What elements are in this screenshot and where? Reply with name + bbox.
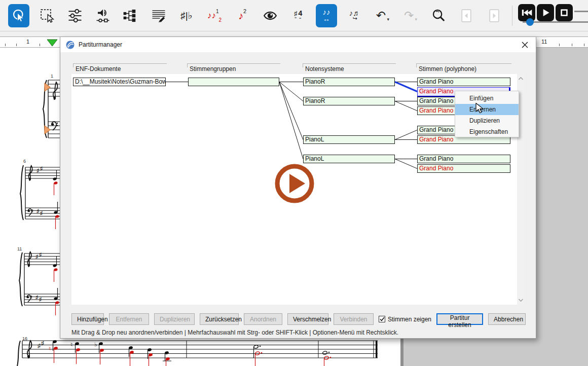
svg-text:♭: ♭ xyxy=(94,341,97,348)
undo-icon[interactable]: ↶ ▾ xyxy=(373,5,393,27)
zuruecksetzen-button[interactable]: Zurücksetzen xyxy=(200,313,239,325)
prev-page-icon[interactable] xyxy=(456,5,476,27)
ruler-tick xyxy=(584,44,584,46)
partitur-erstellen-button[interactable]: Partitur erstellen xyxy=(436,313,483,325)
stimme-box[interactable]: Grand Piano xyxy=(417,78,510,86)
notensystem-box[interactable]: PianoL xyxy=(303,155,395,163)
svg-text:♯: ♯ xyxy=(38,342,41,349)
svg-text:♯: ♯ xyxy=(41,340,44,347)
voice-2-label: 2 xyxy=(219,17,222,27)
capella-logo-icon xyxy=(66,41,75,49)
zoom-tool-icon[interactable] xyxy=(428,5,449,27)
toolbar-separator xyxy=(512,6,512,26)
score-music-bottom: 16 ♯ ♯ ♮ ♮ ♭ xyxy=(0,336,400,366)
select-tool-icon[interactable] xyxy=(8,4,29,27)
view-eye-icon[interactable] xyxy=(260,5,280,27)
redo-dropdown-icon[interactable]: ▾ xyxy=(415,17,417,27)
note-value-icon[interactable]: ♪ 2 xyxy=(232,5,252,27)
voices-notes-glyph: ♪♪ xyxy=(207,11,216,20)
time-lines-glyph: ﹦ xyxy=(298,17,303,20)
svg-text:♯: ♯ xyxy=(36,167,40,173)
menu-item-entfernen[interactable]: Entfernen xyxy=(455,104,519,115)
stop-button[interactable] xyxy=(556,4,573,21)
sound-playback-icon[interactable] xyxy=(93,5,113,27)
ruler-tick xyxy=(16,44,17,46)
checkmark-icon xyxy=(380,317,385,321)
key-lines-glyph: ﹦ xyxy=(293,16,298,20)
notensystem-box[interactable]: PianoL xyxy=(303,135,395,144)
hinzufuegen-button[interactable]: Hinzufügen xyxy=(71,313,104,325)
undo-glyph: ↶ xyxy=(376,10,386,21)
lyrics-edit-icon[interactable] xyxy=(149,5,169,27)
dialog-title: Partiturmanager xyxy=(79,41,122,48)
stimmen-zeigen-checkbox[interactable]: Stimmen zeigen xyxy=(379,316,431,323)
notensystem-box[interactable]: PianoR xyxy=(303,97,395,105)
svg-text:♯: ♯ xyxy=(35,294,39,300)
duplizieren-button[interactable]: Duplizieren xyxy=(154,313,195,325)
enf-document-box[interactable]: D:\__Musitek\Notes\Guzman-Bow xyxy=(73,78,166,86)
context-menu: Einfügen Entfernen Duplizieren Eigenscha… xyxy=(455,91,519,137)
dialog-titlebar[interactable]: Partiturmanager xyxy=(60,37,536,52)
column-header-enf: ENF-Dokumente xyxy=(73,63,167,75)
ruler-label-right: 11 xyxy=(541,39,547,45)
abbrechen-button[interactable]: Abbrechen xyxy=(488,313,526,325)
mixer-icon[interactable] xyxy=(65,5,85,27)
column-header-stimmengruppen: Stimmengruppen xyxy=(187,63,280,75)
ruler-tick xyxy=(572,44,572,46)
key-time-signature-icon[interactable]: ♯ ﹦ 4 ﹦ xyxy=(288,5,308,27)
svg-text:♯: ♯ xyxy=(39,251,42,258)
redo-glyph: ↷ xyxy=(404,10,414,21)
svg-text:♮: ♮ xyxy=(70,341,72,348)
accidentals-icon[interactable]: ♯|♭ xyxy=(176,5,197,27)
verschmelzen-button[interactable]: Verschmelzen xyxy=(287,313,328,325)
note-value-glyph: ♪ xyxy=(238,11,243,21)
column-header-stimmen: Stimmen (polyphone) xyxy=(416,63,511,75)
undo-dropdown-icon[interactable]: ▾ xyxy=(387,17,389,27)
note-value-label: 2 xyxy=(243,5,246,14)
stimme-box[interactable]: Grand Piano xyxy=(417,155,510,163)
voices-icon[interactable]: ♪♪ 1 2 xyxy=(204,5,225,27)
play-overlay-button[interactable] xyxy=(273,162,316,205)
notensystem-box[interactable]: PianoR xyxy=(303,78,395,86)
next-page-icon[interactable] xyxy=(484,5,504,27)
scroll-up-icon[interactable] xyxy=(518,75,524,82)
selected-connector xyxy=(395,82,417,92)
rewind-button[interactable] xyxy=(518,4,535,21)
partiturmanager-dialog: Partiturmanager ENF-Dokumente Stimmengru… xyxy=(60,36,536,339)
checkbox-label: Stimmen zeigen xyxy=(388,316,431,323)
menu-item-eigenschaften[interactable]: Eigenschaften xyxy=(455,126,519,137)
menu-item-einfuegen[interactable]: Einfügen xyxy=(455,93,519,104)
anordnen-button[interactable]: Anordnen xyxy=(244,313,282,325)
column-header-notensysteme: Notensysteme xyxy=(303,63,396,75)
verbinden-button[interactable]: Verbinden xyxy=(334,313,374,325)
close-icon[interactable] xyxy=(518,39,532,51)
score-structure-icon[interactable] xyxy=(121,5,141,27)
spacing-arrow-glyph: ↔ xyxy=(323,16,330,22)
scroll-down-icon[interactable] xyxy=(518,297,524,304)
tempo-track[interactable] xyxy=(574,11,588,12)
play-button[interactable] xyxy=(537,4,554,21)
transpose-notes-icon[interactable]: ♪♬ ↪ xyxy=(345,5,365,27)
menu-item-duplizieren[interactable]: Duplizieren xyxy=(455,115,519,126)
marquee-select-icon[interactable] xyxy=(37,5,57,27)
dialog-status-text: Mit Drag & Drop neu anordnen/verbinden |… xyxy=(71,329,398,336)
stimme-box[interactable]: Grand Piano xyxy=(417,164,510,173)
ruler-tick xyxy=(40,44,40,46)
redo-icon[interactable]: ↷ ▾ xyxy=(400,5,421,27)
ruler-label-left: 1 xyxy=(26,39,29,45)
ruler-position-marker[interactable] xyxy=(47,39,59,47)
svg-text:♮: ♮ xyxy=(49,345,51,352)
checkbox-box[interactable] xyxy=(379,316,385,322)
ruler-tick xyxy=(559,44,560,46)
svg-text:6: 6 xyxy=(23,159,26,164)
position-slider-thumb[interactable] xyxy=(526,18,534,26)
mouse-cursor xyxy=(475,103,485,115)
svg-text:♯: ♯ xyxy=(36,208,40,214)
transpose-arrow-glyph: ↪ xyxy=(352,16,357,21)
accidentals-glyph: ♯|♭ xyxy=(180,11,192,20)
svg-text:♯: ♯ xyxy=(39,296,42,302)
stimmengruppe-box[interactable] xyxy=(188,78,279,86)
svg-text:11: 11 xyxy=(17,246,22,251)
note-spacing-icon[interactable]: ♪♪ ↔ xyxy=(316,4,337,27)
entfernen-button[interactable]: Entfernen xyxy=(109,313,149,325)
